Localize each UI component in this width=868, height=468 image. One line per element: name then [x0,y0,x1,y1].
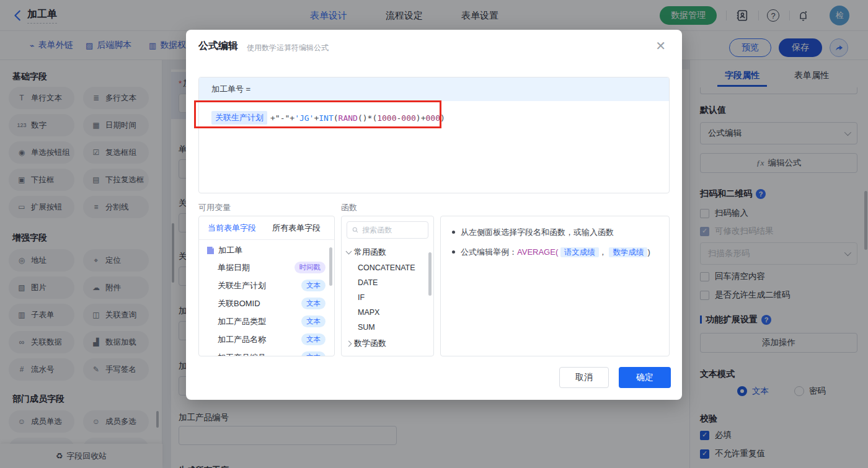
functions-panel: 常用函数 CONCATENATE DATE IF MAPX SUM 数学函数 文… [341,216,434,356]
example-chip: 数学成绩 [609,247,647,257]
help-line-2: 公式编辑举例：AVERAGE( 语文成绩， 数学成绩) [452,246,658,258]
formula-token: + [314,113,319,123]
formula-token: ()*( [358,113,377,123]
function-search[interactable] [347,221,428,239]
variable-row[interactable]: 加工产品类型文本 [199,312,334,330]
formula-token: 000 [401,113,415,123]
variables-label: 可用变量 [198,202,231,213]
variable-row[interactable]: 关联BOMID文本 [199,294,334,312]
formula-token: INT [319,113,333,123]
variable-row[interactable]: 关联生产计划文本 [199,276,334,294]
bullet-icon [452,250,455,254]
modal-subtitle: 使用数学运算符编辑公式 [247,43,329,53]
confirm-button[interactable]: 确定 [619,367,671,388]
function-item[interactable]: SUM [342,320,433,335]
function-item[interactable]: IF [342,290,433,305]
variables-scrollbar[interactable] [329,247,332,286]
close-icon[interactable]: ✕ [655,38,666,53]
formula-token: )+ [416,113,426,123]
variable-row[interactable]: 加工产品名称文本 [199,330,334,348]
variables-panel: 当前表单字段 所有表单字段 加工单 单据日期时间戳 关联生产计划文本 关联BOM… [198,216,335,356]
function-group-text[interactable]: 文本函数 [342,351,433,356]
formula-editor[interactable]: 加工单号 = 关联生产计划 + "-" + 'JG' + INT ( RAND … [198,77,670,193]
type-badge: 文本 [301,298,326,309]
formula-token: + [290,113,294,123]
formula-token: RAND [339,113,358,123]
formula-token: 1000 [377,113,396,123]
type-badge: 文本 [301,316,326,327]
formula-token: - [397,113,402,123]
help-line-1: 从左侧面板选择字段名和函数，或输入函数 [452,226,658,239]
variable-row[interactable]: 加工产品编号文本 [199,348,334,356]
formula-token: 000 [426,113,440,123]
type-badge: 文本 [301,351,326,356]
example-chip: 语文成绩 [560,247,599,257]
modal-title: 公式编辑 [198,40,238,53]
formula-token: 'JG' [294,113,314,123]
tab-current-form-fields[interactable]: 当前表单字段 [208,223,256,234]
functions-label: 函数 [341,202,357,213]
cancel-button[interactable]: 取消 [559,367,609,388]
function-search-input[interactable] [362,226,423,234]
help-panel: 从左侧面板选择字段名和函数，或输入函数 公式编辑举例：AVERAGE( 语文成绩… [440,216,670,356]
tab-all-form-fields[interactable]: 所有表单字段 [272,223,321,234]
formula-token: ) [440,113,445,123]
function-item[interactable]: CONCATENATE [342,260,433,275]
search-icon [352,226,358,234]
type-badge: 文本 [301,333,326,345]
tree-root-form[interactable]: 加工单 [199,240,334,258]
variable-row[interactable]: 单据日期时间戳 [199,258,334,276]
formula-token: + [270,113,275,123]
field-chip[interactable]: 关联生产计划 [211,111,267,125]
functions-scrollbar[interactable] [428,252,432,296]
formula-token: ( [334,113,339,123]
bullet-icon [452,231,455,234]
function-item[interactable]: DATE [342,275,433,290]
formula-token: "-" [275,113,290,123]
formula-edit-modal: 公式编辑 使用数学运算符编辑公式 ✕ 加工单号 = 关联生产计划 + "-" +… [186,30,682,400]
formula-expression[interactable]: 关联生产计划 + "-" + 'JG' + INT ( RAND ()*( 10… [199,101,669,135]
chevron-down-icon [346,249,352,255]
function-group-common[interactable]: 常用函数 [342,244,433,260]
type-badge: 文本 [301,280,326,291]
function-item[interactable]: MAPX [342,305,433,320]
document-icon [206,246,215,255]
type-badge: 时间戳 [294,262,326,273]
formula-target: 加工单号 = [199,77,669,101]
function-group-math[interactable]: 数学函数 [342,335,433,351]
chevron-right-icon [346,340,352,347]
